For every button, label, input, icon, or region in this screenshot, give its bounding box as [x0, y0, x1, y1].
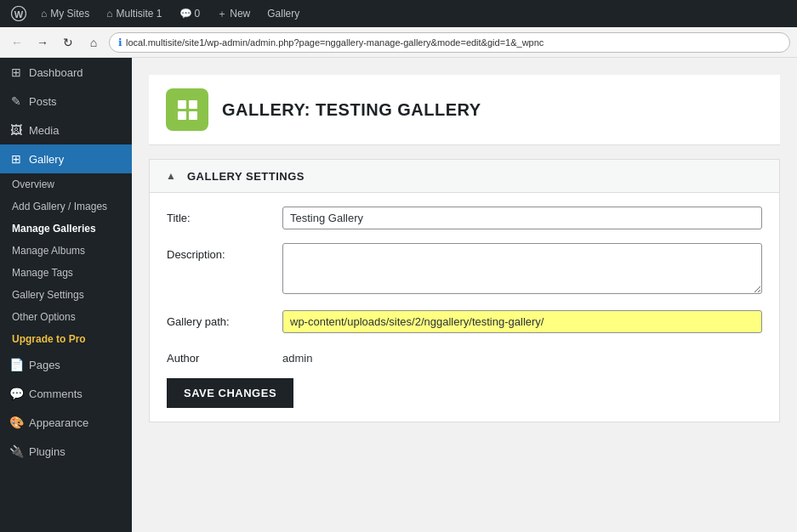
- my-sites-menu[interactable]: ⌂ My Sites: [34, 0, 96, 27]
- save-row: SAVE CHANGES: [167, 378, 762, 408]
- upgrade-label: Upgrade to Pro: [12, 333, 86, 345]
- sidebar-item-dashboard[interactable]: ⊞ Dashboard: [0, 58, 132, 87]
- sidebar-appearance-label: Appearance: [29, 416, 88, 429]
- sidebar-sub-other-options[interactable]: Other Options: [0, 306, 132, 328]
- logo-cell-2: [189, 100, 197, 109]
- sidebar-item-gallery[interactable]: ⊞ Gallery: [0, 144, 132, 173]
- top-bar: W ⌂ My Sites ⌂ Multisite 1 💬 0 ＋ New Gal…: [0, 0, 797, 27]
- author-label: Author: [167, 347, 269, 365]
- plus-icon: ＋: [217, 7, 227, 21]
- address-bar: ← → ↻ ⌂ ℹ local.multisite/site1/wp-admin…: [0, 27, 797, 58]
- gallery-path-label: Gallery path:: [167, 310, 269, 328]
- gallery-top-link[interactable]: Gallery: [260, 0, 306, 27]
- url-bar[interactable]: ℹ local.multisite/site1/wp-admin/admin.p…: [109, 32, 790, 53]
- collapse-button[interactable]: ▲: [163, 168, 179, 184]
- gallery-path-input[interactable]: [282, 310, 762, 333]
- wp-logo[interactable]: W: [7, 2, 31, 25]
- gallery-top-label: Gallery: [267, 8, 299, 20]
- media-icon: 🖼: [9, 122, 24, 138]
- forward-button[interactable]: →: [32, 32, 53, 53]
- new-menu[interactable]: ＋ New: [210, 0, 257, 27]
- multisite-home-icon: ⌂: [106, 8, 112, 20]
- settings-body: Title: Description: Gallery path:: [150, 193, 779, 422]
- content-area: GALLERY: TESTING GALLERY ▲ GALLERY SETTI…: [132, 58, 797, 532]
- sidebar-item-plugins[interactable]: 🔌 Plugins: [0, 437, 132, 466]
- gallery-path-row: Gallery path:: [167, 310, 762, 333]
- sidebar-pages-label: Pages: [29, 359, 60, 371]
- logo-cell-1: [178, 100, 186, 109]
- sidebar-posts-label: Posts: [29, 95, 57, 108]
- sidebar-sub-overview[interactable]: Overview: [0, 173, 132, 195]
- sidebar-other-options-label: Other Options: [12, 311, 76, 323]
- back-button[interactable]: ←: [7, 32, 27, 53]
- my-sites-label: My Sites: [50, 8, 89, 20]
- sidebar-item-media[interactable]: 🖼 Media: [0, 116, 132, 144]
- main-layout: ⊞ Dashboard ✎ Posts 🖼 Media ⊞ Gallery Ov…: [0, 58, 797, 532]
- sidebar-sub-add-gallery[interactable]: Add Gallery / Images: [0, 195, 132, 218]
- save-button[interactable]: SAVE CHANGES: [167, 378, 293, 408]
- multisite-menu[interactable]: ⌂ Multisite 1: [100, 0, 168, 27]
- plugins-icon: 🔌: [9, 444, 24, 459]
- sidebar-sub-manage-galleries[interactable]: Manage Galleries: [0, 218, 132, 240]
- new-label: New: [230, 8, 250, 20]
- title-input[interactable]: [282, 207, 762, 229]
- author-row: Author admin: [167, 347, 762, 365]
- title-row: Title:: [167, 207, 762, 229]
- sidebar-manage-tags-label: Manage Tags: [12, 267, 73, 279]
- page-title: GALLERY: TESTING GALLERY: [222, 100, 481, 120]
- sidebar-gallery-settings-label: Gallery Settings: [12, 289, 84, 301]
- pages-icon: 📄: [9, 357, 24, 372]
- reload-button[interactable]: ↻: [58, 32, 78, 53]
- sidebar-comments-icon: 💬: [9, 386, 24, 401]
- logo-cell-4: [189, 111, 197, 120]
- sidebar-gallery-label: Gallery: [29, 153, 64, 166]
- sidebar-dashboard-label: Dashboard: [29, 66, 83, 79]
- sidebar-manage-albums-label: Manage Albums: [12, 245, 85, 257]
- home-icon: ⌂: [41, 8, 47, 20]
- comments-button[interactable]: 💬 0: [173, 0, 208, 27]
- home-button[interactable]: ⌂: [83, 32, 104, 53]
- sidebar-sub-gallery-settings[interactable]: Gallery Settings: [0, 284, 132, 306]
- sidebar-upgrade-pro[interactable]: Upgrade to Pro: [0, 328, 132, 350]
- comment-icon: 💬: [179, 8, 192, 20]
- settings-section-title: GALLERY SETTINGS: [187, 170, 305, 183]
- sidebar-item-appearance[interactable]: 🎨 Appearance: [0, 408, 132, 437]
- sidebar-sub-manage-albums[interactable]: Manage Albums: [0, 240, 132, 262]
- page-header: GALLERY: TESTING GALLERY: [149, 75, 780, 145]
- sidebar-item-comments[interactable]: 💬 Comments: [0, 379, 132, 408]
- logo-cell-3: [178, 111, 186, 120]
- description-field: [282, 243, 762, 297]
- sidebar-media-label: Media: [29, 124, 59, 137]
- dashboard-icon: ⊞: [9, 65, 24, 80]
- sidebar-plugins-label: Plugins: [29, 445, 65, 458]
- info-icon: ℹ: [118, 37, 122, 48]
- description-row: Description:: [167, 243, 762, 297]
- sidebar-item-pages[interactable]: 📄 Pages: [0, 350, 132, 379]
- multisite-label: Multisite 1: [117, 8, 162, 20]
- gallery-icon: ⊞: [9, 151, 24, 167]
- title-label: Title:: [167, 207, 269, 224]
- sidebar: ⊞ Dashboard ✎ Posts 🖼 Media ⊞ Gallery Ov…: [0, 58, 132, 532]
- comments-count: 0: [195, 8, 201, 20]
- sidebar-add-gallery-label: Add Gallery / Images: [12, 201, 107, 212]
- description-label: Description:: [167, 243, 269, 261]
- description-textarea[interactable]: [282, 243, 762, 294]
- url-text: local.multisite/site1/wp-admin/admin.php…: [126, 37, 544, 48]
- gallery-path-field: [282, 310, 762, 333]
- sidebar-comments-label: Comments: [29, 388, 83, 400]
- appearance-icon: 🎨: [9, 415, 24, 430]
- sidebar-manage-galleries-label: Manage Galleries: [12, 223, 96, 235]
- gallery-logo-grid: [178, 100, 197, 120]
- posts-icon: ✎: [9, 93, 24, 109]
- settings-panel: ▲ GALLERY SETTINGS Title: Description:: [149, 159, 780, 422]
- title-field: [282, 207, 762, 229]
- sidebar-overview-label: Overview: [12, 178, 54, 190]
- gallery-logo: [166, 88, 208, 131]
- sidebar-sub-manage-tags[interactable]: Manage Tags: [0, 262, 132, 284]
- settings-header: ▲ GALLERY SETTINGS: [150, 160, 779, 193]
- svg-text:W: W: [14, 9, 24, 20]
- sidebar-item-posts[interactable]: ✎ Posts: [0, 87, 132, 116]
- author-value: admin: [282, 347, 312, 365]
